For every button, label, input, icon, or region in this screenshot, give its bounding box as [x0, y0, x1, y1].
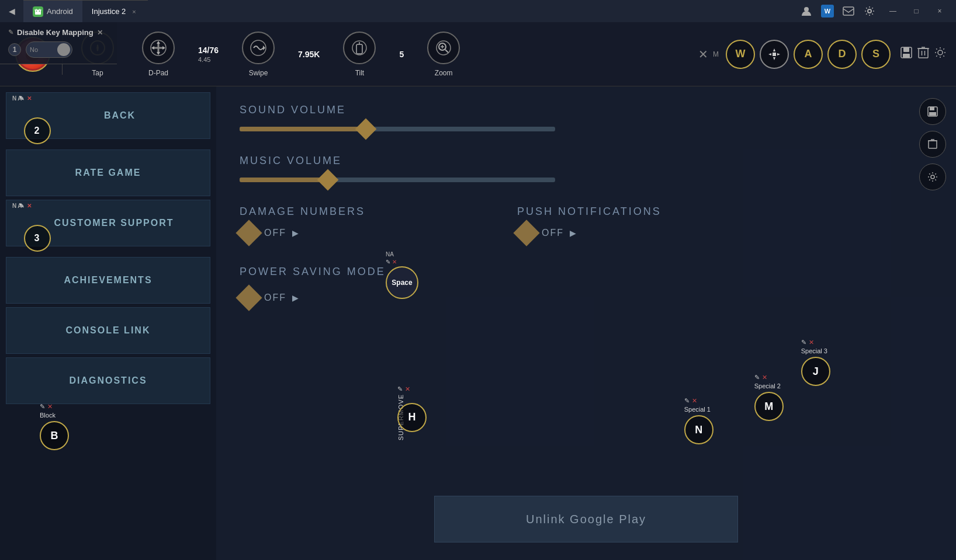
- back-button[interactable]: ◀: [0, 0, 23, 22]
- android-icon: [33, 6, 43, 17]
- sidebar-diagnostics-btn[interactable]: DIAGNOSTICS: [6, 357, 210, 404]
- svg-marker-12: [151, 46, 154, 50]
- key-a-button[interactable]: A: [794, 40, 823, 69]
- supermove-label-container: SUPERMOVE H: [397, 394, 410, 440]
- damage-toggle-control: OFF ▶: [240, 224, 365, 242]
- word-icon-button[interactable]: W: [818, 2, 837, 20]
- key-space-circle[interactable]: Space: [386, 266, 418, 299]
- keymapping-settings-button[interactable]: [934, 46, 947, 62]
- save-button[interactable]: [900, 46, 913, 62]
- swipe-label: Swipe: [249, 69, 268, 77]
- toolbar-dpad[interactable]: D-Pad: [128, 27, 189, 82]
- toggles-row: DAMAGE NUMBERS OFF ▶ PUSH NOTIFICATIONS …: [240, 206, 933, 242]
- key-m-circle[interactable]: M: [754, 392, 784, 421]
- settings-button[interactable]: [860, 2, 879, 20]
- unlink-label: Unlink Google Play: [526, 513, 646, 526]
- tab-injustice2[interactable]: Injustice 2 ×: [82, 0, 148, 22]
- key-3-circle[interactable]: 3: [24, 225, 51, 252]
- key-d-button[interactable]: D: [827, 40, 857, 69]
- svg-marker-13: [162, 46, 165, 50]
- maximize-button[interactable]: □: [905, 0, 928, 22]
- key-s-button[interactable]: S: [861, 40, 891, 69]
- special3-x-icon[interactable]: ✕: [809, 339, 814, 346]
- key-w-button[interactable]: W: [726, 40, 755, 69]
- toolbar-swipe[interactable]: Swipe: [228, 27, 289, 82]
- unlink-google-play-button[interactable]: Unlink Google Play: [434, 496, 738, 542]
- mail-button[interactable]: [839, 2, 858, 20]
- push-toggle-diamond[interactable]: [513, 220, 539, 246]
- toolbar-stat-1: 14/76 4.45: [189, 46, 228, 63]
- key-j-circle[interactable]: J: [801, 357, 830, 386]
- special1-key-group: ✎ ✕ Special 1 N: [684, 397, 711, 415]
- push-notifications-label: PUSH NOTIFICATIONS: [517, 206, 661, 218]
- sidebar-achievements-btn[interactable]: ACHIEVEMENTS: [6, 257, 210, 304]
- titlebar-right: W — □ ×: [797, 0, 956, 22]
- sound-slider-track[interactable]: [240, 127, 555, 131]
- toolbar-right-icons: ✕ M W A D S: [698, 40, 956, 69]
- key-n-circle[interactable]: N: [684, 415, 713, 444]
- back-edit-icon[interactable]: ✎: [19, 95, 25, 102]
- space-edit-icon[interactable]: ✎: [386, 259, 390, 265]
- sound-slider-thumb[interactable]: [355, 119, 377, 140]
- power-toggle-diamond[interactable]: [235, 284, 262, 311]
- stat4-value: 4.45: [198, 56, 210, 63]
- power-value: OFF: [264, 293, 286, 303]
- delete-button[interactable]: [917, 46, 929, 62]
- supermove-x-icon[interactable]: ✕: [405, 385, 410, 393]
- space-x-icon[interactable]: ✕: [392, 259, 397, 265]
- special1-x-icon[interactable]: ✕: [692, 397, 697, 405]
- right-panel-delete-btn[interactable]: [919, 131, 946, 158]
- sidebar-back-btn[interactable]: NA ✎ ✕ BACK 2: [6, 92, 210, 139]
- tab-android[interactable]: Android: [23, 0, 82, 22]
- sidebar-console-link-btn[interactable]: CONSOLE LINK: [6, 307, 210, 354]
- stat3-value: 5: [399, 50, 404, 59]
- special2-edit-icon[interactable]: ✎: [754, 374, 760, 381]
- right-panel-save-btn[interactable]: [919, 98, 946, 125]
- toolbar-x-close[interactable]: ✕: [698, 47, 708, 61]
- block-edit-icon[interactable]: ✎: [40, 403, 45, 411]
- space-na-label: NA: [386, 251, 397, 258]
- damage-numbers-section: DAMAGE NUMBERS OFF ▶: [240, 206, 365, 242]
- svg-rect-41: [929, 141, 937, 148]
- cs-edit-icon[interactable]: ✎: [19, 203, 25, 209]
- push-notifications-section: PUSH NOTIFICATIONS OFF ▶: [517, 206, 661, 242]
- sound-volume-label: SOUND VOLUME: [240, 104, 933, 116]
- sidebar-rate-game-btn[interactable]: RATE GAME: [6, 149, 210, 196]
- tab-close-button[interactable]: ×: [129, 7, 138, 16]
- damage-toggle-diamond[interactable]: [235, 220, 262, 246]
- special3-label: Special 3: [801, 347, 827, 354]
- key-b-circle[interactable]: B: [40, 421, 69, 450]
- tap-label: Tap: [92, 69, 103, 77]
- key-2-circle[interactable]: 2: [24, 117, 51, 144]
- damage-arrow: ▶: [292, 228, 299, 238]
- back-x-icon[interactable]: ✕: [27, 95, 33, 102]
- music-volume-row: MUSIC VOLUME: [240, 155, 933, 182]
- svg-marker-11: [157, 52, 160, 55]
- close-window-button[interactable]: ×: [928, 0, 951, 22]
- svg-rect-39: [930, 107, 934, 110]
- special1-edit-icons: ✎ ✕: [684, 397, 711, 405]
- music-slider-thumb[interactable]: [317, 169, 339, 191]
- minimize-button[interactable]: —: [881, 0, 905, 22]
- keymapping-close[interactable]: ✕: [97, 29, 103, 37]
- block-x-icon[interactable]: ✕: [47, 403, 53, 411]
- rate-game-label: RATE GAME: [75, 168, 141, 178]
- cs-x-icon[interactable]: ✕: [27, 203, 33, 209]
- key-h-circle[interactable]: H: [397, 403, 427, 432]
- special2-x-icon[interactable]: ✕: [762, 374, 767, 381]
- music-slider-track[interactable]: [240, 178, 555, 182]
- zoom-icon: [427, 32, 460, 64]
- special1-edit-icon[interactable]: ✎: [684, 397, 690, 405]
- sidebar-customer-support-btn[interactable]: NA ✎ ✕ CUSTOMER SUPPORT 3: [6, 200, 210, 246]
- key-dpad-button[interactable]: [760, 40, 789, 69]
- achievements-label: ACHIEVEMENTS: [64, 275, 152, 286]
- right-panel-settings-btn[interactable]: [919, 164, 946, 190]
- keymapping-toggle[interactable]: No: [26, 41, 72, 58]
- special3-edit-icon[interactable]: ✎: [801, 339, 806, 346]
- user-profile-button[interactable]: [797, 2, 816, 20]
- toolbar-zoom[interactable]: Zoom: [413, 27, 474, 82]
- toolbar-tilt[interactable]: Tilt: [329, 27, 390, 82]
- supermove-edit-icon[interactable]: ✎: [397, 385, 403, 393]
- console-link-label: CONSOLE LINK: [66, 325, 151, 336]
- damage-value: OFF: [264, 228, 286, 238]
